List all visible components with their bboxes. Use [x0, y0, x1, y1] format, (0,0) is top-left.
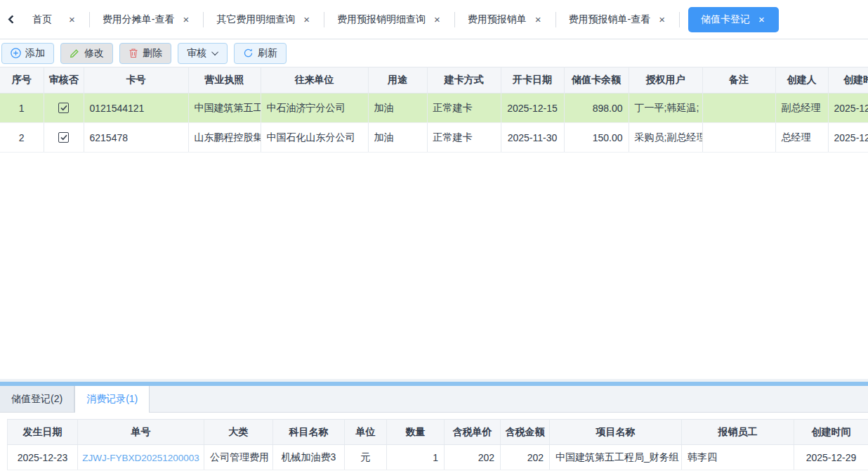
tab-label: 首页 — [32, 13, 52, 26]
col-header-project[interactable]: 项目名称 — [550, 420, 682, 445]
check-icon — [60, 134, 67, 141]
cell-create-time: 2025-12 — [828, 93, 868, 123]
col-header-doc-no[interactable]: 单号 — [78, 420, 204, 445]
audit-dropdown-button[interactable]: 审核 — [178, 43, 228, 64]
tab-label: 费用预报销单 — [468, 13, 527, 26]
cell-license: 山东鹏程控股集团 — [188, 123, 261, 153]
close-icon[interactable]: × — [181, 13, 190, 25]
cell-balance: 898.00 — [564, 93, 629, 123]
cell-remark — [702, 93, 775, 123]
bottom-tab-bar: 储值登记(2) 消费记录(1) — [0, 386, 868, 413]
cell-doc-no: ZJWJ-FYBXD20251200003 — [78, 445, 204, 470]
col-header-auth-users[interactable]: 授权用户 — [629, 67, 702, 93]
modify-button-label: 修改 — [84, 47, 104, 60]
cell-open-date: 2025-11-30 — [501, 123, 564, 153]
col-header-method[interactable]: 建卡方式 — [427, 67, 501, 93]
refresh-button[interactable]: 刷新 — [234, 43, 287, 64]
cell-unit: 元 — [345, 445, 387, 470]
close-icon[interactable]: × — [67, 13, 77, 25]
cell-purpose: 加油 — [368, 93, 427, 123]
cell-qty: 1 — [387, 445, 445, 470]
col-header-seq[interactable]: 序号 — [0, 67, 44, 93]
tab-separator — [679, 12, 680, 27]
col-header-license[interactable]: 营业执照 — [188, 67, 261, 93]
tab-label: 其它费用明细查询 — [216, 13, 295, 26]
col-header-employee[interactable]: 报销员工 — [682, 420, 794, 445]
cell-creator: 总经理 — [775, 123, 828, 153]
table-row[interactable]: 2 6215478 山东鹏程控股集团 中国石化山东分公司 加油 正常建卡 202… — [0, 123, 868, 153]
add-button[interactable]: 添加 — [1, 43, 54, 64]
delete-button-label: 删除 — [143, 47, 162, 60]
cell-card-no: 6215478 — [84, 123, 188, 153]
table-row[interactable]: 2025-12-23 ZJWJ-FYBXD20251200003 公司管理费用 … — [8, 445, 868, 470]
col-header-unit[interactable]: 往来单位 — [261, 67, 368, 93]
tab-expense-prereimburse-order-view[interactable]: 费用预报销单-查看 × — [556, 8, 679, 32]
consumption-records-table: 发生日期 单号 大类 科目名称 单位 数量 含税单价 含税金额 项目名称 报销员… — [7, 419, 868, 470]
col-header-create-time[interactable]: 创建时间 — [794, 420, 868, 445]
close-icon[interactable]: × — [433, 13, 442, 25]
close-icon[interactable]: × — [534, 13, 543, 25]
tab-expense-allocation-view[interactable]: 费用分摊单-查看 × — [90, 8, 203, 32]
cell-audited — [44, 93, 84, 123]
close-icon[interactable]: × — [302, 13, 311, 25]
top-tab-bar: 首页 × 费用分摊单-查看 × 其它费用明细查询 × 费用预报销明细查询 × 费… — [0, 0, 868, 39]
tab-stored-value-card-register-active[interactable]: 储值卡登记 × — [688, 7, 779, 32]
cell-balance: 150.00 — [564, 123, 629, 153]
col-header-create-time[interactable]: 创建时间 — [828, 67, 868, 93]
col-header-subject[interactable]: 科目名称 — [273, 420, 345, 445]
cell-subject: 机械加油费3 — [273, 445, 345, 470]
cell-unit: 中国石化山东分公司 — [261, 123, 368, 153]
cell-remark — [702, 123, 775, 153]
audited-checkbox-checked[interactable] — [58, 132, 69, 143]
tab-stored-value-register[interactable]: 储值登记(2) — [0, 386, 74, 412]
audited-checkbox-checked[interactable] — [58, 103, 69, 113]
tab-expense-prereimburse-order[interactable]: 费用预报销单 × — [455, 8, 555, 32]
cell-category: 公司管理费用 — [204, 445, 273, 470]
tab-other-expense-detail-query[interactable]: 其它费用明细查询 × — [204, 8, 324, 32]
pencil-icon — [70, 48, 80, 58]
col-header-category[interactable]: 大类 — [204, 420, 273, 445]
col-header-unit-price[interactable]: 含税单价 — [445, 420, 501, 445]
tab-label: 费用预报销单-查看 — [569, 13, 651, 26]
toolbar: 添加 修改 删除 审核 刷新 — [0, 39, 868, 67]
tab-label: 费用预报销明细查询 — [337, 13, 426, 26]
table-row[interactable]: 1 0121544121 中国建筑第五工程局 中石油济宁分公司 加油 正常建卡 … — [0, 93, 868, 123]
plus-circle-icon — [11, 48, 21, 58]
col-header-qty[interactable]: 数量 — [387, 420, 445, 445]
tab-label: 储值卡登记 — [701, 13, 750, 26]
table-header-row: 发生日期 单号 大类 科目名称 单位 数量 含税单价 含税金额 项目名称 报销员… — [8, 420, 868, 445]
delete-button[interactable]: 删除 — [119, 43, 171, 64]
close-icon[interactable]: × — [757, 13, 766, 25]
col-header-creator[interactable]: 创建人 — [775, 67, 828, 93]
col-header-purpose[interactable]: 用途 — [368, 67, 427, 93]
document-number-link[interactable]: ZJWJ-FYBXD20251200003 — [82, 453, 199, 463]
tab-consumption-records-active[interactable]: 消费记录(1) — [74, 386, 150, 413]
col-header-date[interactable]: 发生日期 — [8, 420, 78, 445]
cell-creator: 副总经理 — [775, 93, 828, 123]
cell-purpose: 加油 — [368, 123, 427, 153]
cell-auth-users: 采购员;副总经理; — [629, 123, 702, 153]
col-header-unit[interactable]: 单位 — [345, 420, 387, 445]
cell-seq: 2 — [0, 123, 44, 153]
cell-method: 正常建卡 — [427, 123, 501, 153]
tabs-scroll-left-button[interactable] — [4, 9, 20, 30]
modify-button[interactable]: 修改 — [60, 43, 113, 64]
cell-amount: 202 — [501, 445, 550, 470]
col-header-amount[interactable]: 含税金额 — [501, 420, 550, 445]
empty-table-area — [0, 153, 868, 379]
col-header-card-no[interactable]: 卡号 — [84, 67, 188, 93]
col-header-open-date[interactable]: 开卡日期 — [501, 67, 564, 93]
close-icon[interactable]: × — [657, 13, 666, 25]
cell-card-no: 0121544121 — [84, 93, 188, 123]
tab-label: 费用分摊单-查看 — [103, 13, 175, 26]
cell-employee: 韩李四 — [682, 445, 794, 470]
audit-button-label: 审核 — [187, 47, 206, 60]
col-header-audited[interactable]: 审核否 — [44, 67, 84, 93]
col-header-balance[interactable]: 储值卡余额 — [564, 67, 629, 93]
tab-home[interactable]: 首页 × — [20, 8, 89, 32]
cell-unit: 中石油济宁分公司 — [261, 93, 368, 123]
col-header-remark[interactable]: 备注 — [702, 67, 775, 93]
chevron-down-icon — [211, 49, 218, 56]
refresh-button-label: 刷新 — [258, 47, 277, 60]
tab-expense-prereimburse-detail-query[interactable]: 费用预报销明细查询 × — [324, 8, 454, 32]
